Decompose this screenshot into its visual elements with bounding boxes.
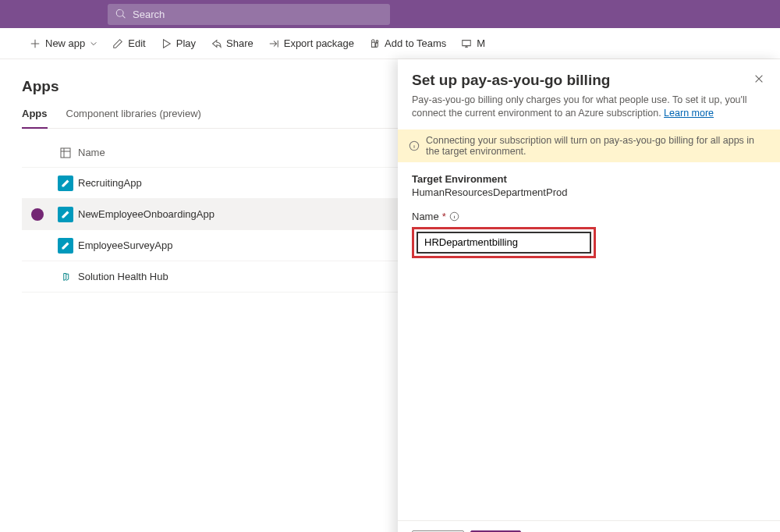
command-bar: New app Edit Play Share Export package A… <box>0 28 780 59</box>
play-label: Play <box>176 37 196 49</box>
plus-icon <box>30 38 41 49</box>
share-icon <box>211 38 222 49</box>
info-icon <box>449 211 459 222</box>
close-icon <box>753 73 764 84</box>
search-box[interactable] <box>108 4 390 25</box>
checkmark-icon <box>31 208 44 221</box>
new-app-button[interactable]: New app <box>23 28 105 59</box>
info-text: Connecting your subscription will turn o… <box>426 135 769 157</box>
new-app-label: New app <box>45 37 85 49</box>
edit-button[interactable]: Edit <box>105 28 152 59</box>
health-icon <box>58 269 73 285</box>
close-button[interactable] <box>752 72 766 89</box>
export-button[interactable]: Export package <box>261 28 361 59</box>
name-field-highlight <box>412 227 596 258</box>
add-to-teams-button[interactable]: Add to Teams <box>362 28 453 59</box>
search-icon <box>115 9 126 20</box>
more-truncated[interactable]: M <box>454 28 492 59</box>
svg-rect-0 <box>61 148 70 158</box>
search-input[interactable] <box>133 9 390 20</box>
export-label: Export package <box>284 37 354 49</box>
tab-component-libraries[interactable]: Component libraries (preview) <box>66 108 201 129</box>
env-label: Target Environment <box>412 173 766 185</box>
teams-label: Add to Teams <box>385 37 446 49</box>
pencil-icon <box>112 38 123 49</box>
tab-apps[interactable]: Apps <box>22 108 48 129</box>
export-icon <box>268 38 279 49</box>
billing-panel: Set up pay-as-you-go billing Pay-as-you-… <box>398 59 780 532</box>
required-mark: * <box>442 211 446 222</box>
canvas-app-icon <box>58 176 73 191</box>
monitor-icon <box>461 38 472 49</box>
panel-title: Set up pay-as-you-go billing <box>412 72 610 89</box>
column-icon <box>59 147 72 159</box>
env-value: HumanResourcesDepartmentProd <box>412 186 766 198</box>
name-label: Name <box>412 211 439 222</box>
info-icon <box>409 140 420 151</box>
play-icon <box>161 38 172 49</box>
share-button[interactable]: Share <box>204 28 261 59</box>
header-bar <box>0 0 780 28</box>
chevron-down-icon <box>90 40 98 48</box>
canvas-app-icon <box>58 238 73 254</box>
name-input[interactable] <box>417 232 591 254</box>
play-button[interactable]: Play <box>154 28 203 59</box>
info-bar: Connecting your subscription will turn o… <box>398 129 780 162</box>
panel-description: Pay-as-you-go billing only charges you f… <box>412 94 766 120</box>
canvas-app-icon <box>58 207 73 222</box>
edit-label: Edit <box>128 37 145 49</box>
learn-more-link[interactable]: Learn more <box>664 108 714 119</box>
teams-icon <box>369 38 380 49</box>
more-label: M <box>477 37 485 49</box>
share-label: Share <box>226 37 254 49</box>
